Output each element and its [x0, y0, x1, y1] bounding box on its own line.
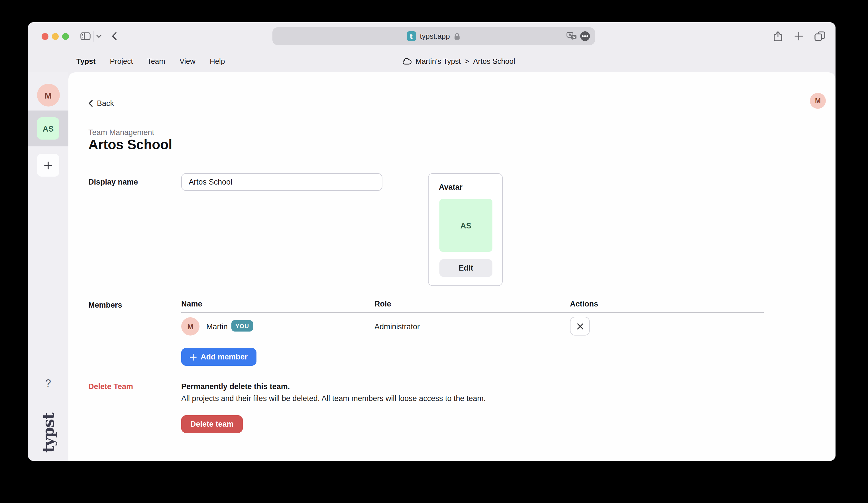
avatar-card: Avatar AS Edit: [428, 173, 503, 286]
column-header-role: Role: [374, 300, 391, 308]
delete-team-button[interactable]: Delete team: [181, 415, 243, 433]
menu-typst[interactable]: Typst: [76, 57, 95, 65]
sidebar-add-team-button[interactable]: [37, 154, 59, 177]
column-header-actions: Actions: [570, 300, 598, 308]
traffic-lights: [42, 33, 69, 40]
more-icon[interactable]: [580, 31, 590, 41]
zoom-window-button[interactable]: [62, 33, 69, 40]
add-member-button[interactable]: Add member: [181, 348, 256, 366]
lock-icon: [454, 32, 461, 40]
back-chevron-icon: [88, 100, 93, 107]
help-icon[interactable]: ?: [28, 378, 69, 390]
back-label: Back: [97, 99, 114, 108]
screen: t typst.app: [0, 0, 868, 503]
close-icon: [577, 323, 583, 329]
menu-project[interactable]: Project: [110, 57, 133, 65]
team-avatar-initials: AS: [461, 221, 472, 230]
team-switcher-sidebar: M AS ? typst: [28, 72, 69, 461]
favicon-letter: t: [410, 32, 413, 40]
page-title: Artos School: [88, 137, 172, 153]
app-menu-bar: Typst Project Team View Help Martin's Ty…: [28, 50, 836, 72]
breadcrumb-current[interactable]: Artos School: [473, 57, 515, 65]
back-link[interactable]: Back: [88, 99, 114, 108]
breadcrumb-separator: >: [465, 57, 469, 65]
close-window-button[interactable]: [42, 33, 49, 40]
edit-avatar-button[interactable]: Edit: [440, 259, 493, 277]
member-name: Martin: [206, 322, 228, 331]
members-label: Members: [88, 301, 122, 309]
nav-back-icon[interactable]: [112, 22, 117, 50]
delete-team-description: All projects and their files will be del…: [181, 394, 486, 403]
menu-help[interactable]: Help: [210, 57, 225, 65]
sidebar-toggle-icon[interactable]: [80, 22, 91, 50]
minimize-window-button[interactable]: [52, 33, 59, 40]
column-header-name: Name: [181, 300, 202, 308]
account-initial: M: [815, 97, 821, 105]
site-favicon: t: [407, 31, 416, 41]
toolbar-divider: [93, 31, 94, 42]
sidebar-team-initial: AS: [43, 124, 54, 133]
account-avatar[interactable]: M: [810, 93, 826, 109]
remove-member-button[interactable]: [570, 317, 590, 336]
menu-view[interactable]: View: [179, 57, 196, 65]
breadcrumb-parent[interactable]: Martin's Typst: [415, 57, 461, 65]
section-eyebrow: Team Management: [88, 128, 154, 137]
member-avatar: M: [181, 317, 199, 336]
new-tab-icon[interactable]: [795, 22, 803, 50]
plus-icon: [190, 354, 197, 360]
add-member-label: Add member: [200, 353, 248, 361]
browser-toolbar: t typst.app: [28, 22, 836, 50]
sidebar-user-initial: M: [45, 90, 52, 100]
sidebar-user-avatar[interactable]: M: [37, 84, 60, 106]
member-role: Administrator: [374, 322, 420, 331]
typst-logo: typst: [39, 413, 57, 453]
tab-overview-icon[interactable]: [814, 22, 825, 50]
address-bar[interactable]: t typst.app: [272, 27, 595, 45]
menu-team[interactable]: Team: [147, 57, 165, 65]
site-url: typst.app: [420, 32, 450, 40]
member-initial: M: [187, 322, 194, 331]
browser-window: t typst.app: [28, 22, 836, 461]
breadcrumb: Martin's Typst > Artos School: [402, 50, 515, 72]
team-management-panel: M Back Team Management Artos School Disp…: [69, 72, 836, 461]
chevron-down-icon[interactable]: [96, 22, 102, 50]
delete-team-label: Delete Team: [88, 382, 133, 391]
translate-icon[interactable]: [567, 32, 577, 40]
display-name-input[interactable]: [181, 173, 382, 191]
delete-team-heading: Permanently delete this team.: [181, 382, 290, 391]
you-badge: YOU: [231, 320, 253, 332]
share-icon[interactable]: [773, 22, 783, 50]
cloud-icon: [402, 58, 412, 65]
display-name-label: Display name: [88, 178, 138, 186]
team-avatar-preview: AS: [440, 199, 493, 252]
sidebar-team-avatar[interactable]: AS: [37, 117, 59, 139]
table-divider: [181, 312, 764, 313]
avatar-card-title: Avatar: [439, 183, 463, 191]
sidebar-selected-band: AS: [28, 111, 69, 146]
